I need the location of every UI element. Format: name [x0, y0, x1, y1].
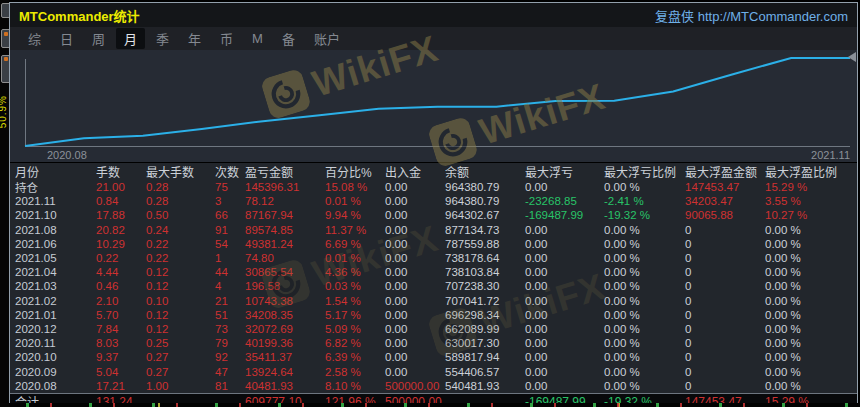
- column-header[interactable]: 出入金: [385, 163, 445, 180]
- column-header[interactable]: 月份: [15, 163, 96, 180]
- cell: 2020.12: [15, 323, 96, 335]
- cell: 0: [685, 295, 765, 307]
- table-row[interactable]: 2021.110.840.28378.120.01 %0.00964380.79…: [10, 194, 857, 208]
- cell: 589817.94: [445, 351, 525, 363]
- background-percent-label: 50.9%: [0, 95, 8, 128]
- cell: 34203.47: [685, 195, 765, 207]
- table-row[interactable]: 2021.0820.820.249189574.8511.37 %0.00877…: [10, 223, 857, 237]
- cell: 707041.72: [445, 295, 525, 307]
- cell: 49381.24: [245, 238, 325, 250]
- cell: 91: [215, 224, 245, 236]
- cell: 0.00: [525, 252, 604, 264]
- column-header[interactable]: 盈亏金额: [245, 163, 325, 180]
- table-row[interactable]: 2021.022.100.102110743.381.54 %0.0070704…: [10, 294, 857, 308]
- cell: 0.00: [385, 209, 445, 221]
- table-row[interactable]: 2020.095.040.274713924.642.58 %0.0055440…: [10, 364, 857, 378]
- menu-item-年[interactable]: 年: [180, 28, 209, 49]
- cell: 0.00 %: [604, 266, 685, 278]
- column-header[interactable]: 最大手数: [146, 163, 215, 180]
- monthly-stats-table: 月份手数最大手数次数盈亏金额百分比%出入金余额最大浮亏最大浮亏比例最大浮盈金额最…: [10, 162, 857, 407]
- cell: 0.22: [146, 238, 215, 250]
- menu-item-备[interactable]: 备: [274, 28, 303, 49]
- cell: 147453.47: [685, 181, 765, 193]
- cell: 0.00: [525, 295, 604, 307]
- cell: 0.01 %: [325, 195, 385, 207]
- cell: 500000.00: [385, 380, 445, 392]
- cell: 0.22: [96, 252, 146, 264]
- table-row[interactable]: 2021.0610.290.225449381.246.69 %0.007875…: [10, 237, 857, 251]
- table-row[interactable]: 2021.030.460.124196.580.03 %0.00707238.3…: [10, 279, 857, 293]
- menu-item-周[interactable]: 周: [84, 28, 113, 49]
- cell: 0.12: [146, 280, 215, 292]
- background-candlesticks: [9, 403, 860, 407]
- cell: 0.00: [385, 295, 445, 307]
- cell: 0.01 %: [325, 252, 385, 264]
- cell: 662089.99: [445, 323, 525, 335]
- cell: 964380.79: [445, 181, 525, 193]
- cell: 74.80: [245, 252, 325, 264]
- cell: 4.36 %: [325, 266, 385, 278]
- cell: 0.00 %: [604, 351, 685, 363]
- cell: 21: [215, 295, 245, 307]
- table-row[interactable]: 2021.015.700.125134208.355.17 %0.0069629…: [10, 308, 857, 322]
- column-header[interactable]: 手数: [96, 163, 146, 180]
- table-row[interactable]: 2020.0817.211.008140481.938.10 %500000.0…: [10, 379, 857, 393]
- cell: 0: [685, 238, 765, 250]
- table-row[interactable]: 持仓21.000.2875145396.3115.08 %0.00964380.…: [10, 180, 857, 194]
- cell: 0: [685, 366, 765, 378]
- menu-item-综[interactable]: 综: [20, 28, 49, 49]
- table-row[interactable]: 2020.109.370.279235411.376.39 %0.0058981…: [10, 350, 857, 364]
- menu-item-币[interactable]: 币: [212, 28, 241, 49]
- cell: 40481.93: [245, 380, 325, 392]
- column-header[interactable]: 最大浮盈金额: [685, 163, 765, 180]
- chart-scroll-arrow-icon[interactable]: [848, 52, 856, 62]
- menu-item-季[interactable]: 季: [148, 28, 177, 49]
- cell: 2021.04: [15, 266, 96, 278]
- x-axis-end-label: 2021.11: [811, 149, 850, 161]
- cell: 196.58: [245, 280, 325, 292]
- column-header[interactable]: 余额: [445, 163, 525, 180]
- cell: 0.12: [146, 309, 215, 321]
- cell: 0.28: [146, 181, 215, 193]
- column-header[interactable]: 最大浮亏比例: [604, 163, 685, 180]
- cell: 0.00: [385, 337, 445, 349]
- cell: 40199.36: [245, 337, 325, 349]
- x-axis-start-label: 2020.08: [47, 149, 87, 161]
- cell: 0.00: [385, 323, 445, 335]
- cell: 0.00: [525, 323, 604, 335]
- table-row[interactable]: 2021.044.440.124430865.544.36 %0.0073810…: [10, 265, 857, 279]
- menu-item-账户[interactable]: 账户: [306, 28, 348, 49]
- title-bar[interactable]: MTCommander统计 复盘侠 http://MTCommander.com: [10, 3, 857, 27]
- cell: 0.00: [525, 238, 604, 250]
- column-header[interactable]: 百分比%: [325, 163, 385, 180]
- cell: 0.25: [146, 337, 215, 349]
- cell: 15.08 %: [325, 181, 385, 193]
- cell: 0.00 %: [765, 280, 857, 292]
- cell: -23268.85: [525, 195, 604, 207]
- cell: 0.00 %: [765, 323, 857, 335]
- cell: 787559.88: [445, 238, 525, 250]
- cell: 0.27: [146, 351, 215, 363]
- cell: 87167.94: [245, 209, 325, 221]
- cell: 0.00 %: [765, 351, 857, 363]
- table-row[interactable]: 2021.050.220.22174.800.01 %0.00738178.64…: [10, 251, 857, 265]
- brand-link[interactable]: 复盘侠 http://MTCommander.com: [655, 6, 848, 25]
- cell: 0.00: [385, 181, 445, 193]
- cell: 0.00 %: [604, 181, 685, 193]
- cell: 0.00 %: [765, 337, 857, 349]
- column-header[interactable]: 最大浮盈比例: [765, 163, 857, 180]
- cell: 7.84: [96, 323, 146, 335]
- column-header[interactable]: 最大浮亏: [525, 163, 604, 180]
- menu-item-月[interactable]: 月: [116, 28, 145, 49]
- column-header[interactable]: 次数: [215, 163, 245, 180]
- cell: 0.84: [96, 195, 146, 207]
- menu-item-M[interactable]: M: [244, 30, 271, 47]
- cell: 6.69 %: [325, 238, 385, 250]
- table-row[interactable]: 2020.118.030.257940199.366.82 %0.0063001…: [10, 336, 857, 350]
- cell: 2021.10: [15, 209, 96, 221]
- table-row[interactable]: 2021.1017.880.506687167.949.94 %0.009643…: [10, 208, 857, 222]
- menu-item-日[interactable]: 日: [52, 28, 81, 49]
- table-row[interactable]: 2020.127.840.127332072.695.09 %0.0066208…: [10, 322, 857, 336]
- cell: 2021.06: [15, 238, 96, 250]
- cell: 9.37: [96, 351, 146, 363]
